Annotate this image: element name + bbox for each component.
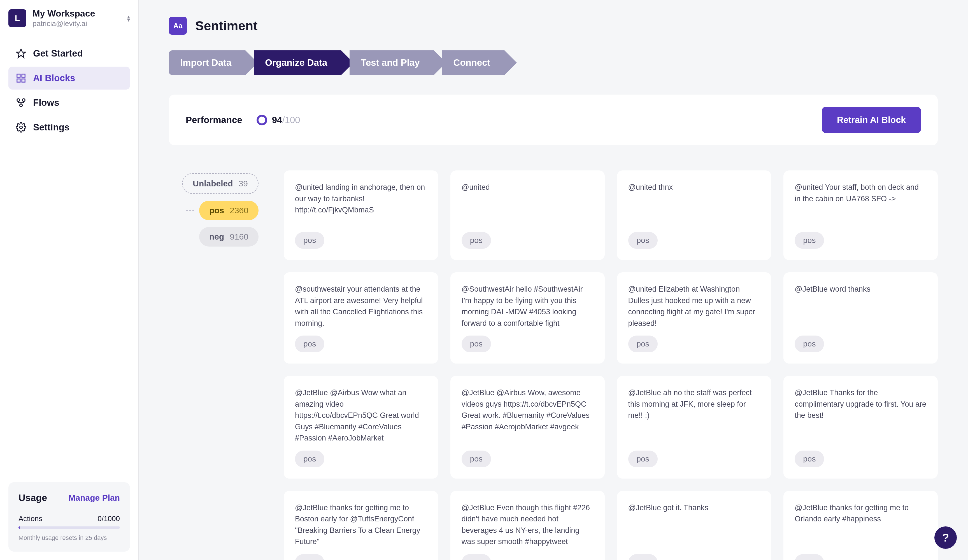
- card-tag[interactable]: pos: [295, 232, 324, 249]
- step-test-and-play[interactable]: Test and Play: [350, 50, 434, 75]
- actions-value: 0/1000: [98, 514, 120, 523]
- data-card[interactable]: @JetBlue Even though this flight #226 di…: [450, 491, 605, 560]
- label-count: 39: [239, 179, 248, 188]
- performance-ring-icon: [256, 114, 267, 126]
- card-text: @JetBlue thanks for getting me to Boston…: [295, 502, 427, 547]
- usage-title: Usage: [18, 492, 47, 503]
- usage-note: Monthly usage resets in 25 days: [18, 534, 120, 542]
- label-name: neg: [209, 232, 224, 241]
- card-text: @united Elizabeth at Washington Dulles j…: [628, 284, 760, 329]
- svg-rect-3: [17, 79, 20, 82]
- main-nav: Get StartedAI BlocksFlowsSettings: [8, 42, 130, 139]
- card-tag[interactable]: pos: [795, 232, 824, 249]
- performance-label: Performance: [186, 115, 242, 126]
- step-import-data[interactable]: Import Data: [169, 50, 245, 75]
- card-text: @JetBlue @Airbus Wow what an amazing vid…: [295, 387, 427, 444]
- data-card[interactable]: @JetBlue thanks for getting me to Boston…: [284, 491, 438, 560]
- sidebar-item-ai-blocks[interactable]: AI Blocks: [8, 67, 130, 89]
- card-tag[interactable]: pos: [462, 554, 491, 560]
- data-card[interactable]: @JetBlue ah no the staff was perfect thi…: [617, 376, 771, 479]
- step-connect[interactable]: Connect: [442, 50, 504, 75]
- card-tag[interactable]: pos: [295, 335, 324, 352]
- svg-rect-1: [17, 74, 20, 77]
- settings-icon: [16, 122, 27, 133]
- card-text: @united thnx: [628, 182, 760, 225]
- label-filter-unlabeled[interactable]: Unlabeled39: [182, 173, 259, 194]
- card-text: @JetBlue @Airbus Wow, awesome videos guy…: [462, 387, 593, 444]
- workflow-steps: Import DataOrganize DataTest and PlayCon…: [169, 50, 938, 75]
- manage-plan-link[interactable]: Manage Plan: [69, 493, 120, 503]
- card-tag[interactable]: pos: [795, 451, 824, 467]
- actions-label: Actions: [18, 514, 42, 523]
- data-card[interactable]: @united thnxpos: [617, 170, 771, 260]
- retrain-button[interactable]: Retrain AI Block: [822, 107, 921, 133]
- sidebar-item-settings[interactable]: Settings: [8, 116, 130, 139]
- main-content: Aa Sentiment Import DataOrganize DataTes…: [139, 0, 968, 560]
- usage-card: Usage Manage Plan Actions 0/1000 Monthly…: [8, 482, 130, 552]
- label-count: 2360: [230, 206, 249, 215]
- card-text: @united Your staff, both on deck and in …: [795, 182, 927, 225]
- svg-point-10: [257, 116, 266, 124]
- card-tag[interactable]: pos: [295, 451, 324, 467]
- data-card[interactable]: @southwestair your attendants at the ATL…: [284, 272, 438, 363]
- svg-point-6: [22, 99, 25, 102]
- svg-point-8: [20, 126, 22, 129]
- workspace-switcher[interactable]: L My Workspace patricia@levity.ai ▴▾: [8, 8, 130, 28]
- card-text: @JetBlue got it. Thanks: [628, 502, 760, 547]
- workspace-avatar: L: [8, 9, 27, 27]
- drag-handle-icon[interactable]: •••: [186, 207, 195, 214]
- step-organize-data[interactable]: Organize Data: [254, 50, 341, 75]
- card-tag[interactable]: pos: [462, 335, 491, 352]
- data-card[interactable]: @JetBlue word thankspos: [783, 272, 938, 363]
- page-title: Sentiment: [195, 18, 257, 33]
- card-tag[interactable]: pos: [628, 554, 658, 560]
- sidebar-item-label: AI Blocks: [33, 73, 75, 83]
- svg-rect-4: [22, 79, 25, 82]
- card-tag[interactable]: pos: [295, 554, 324, 560]
- card-tag[interactable]: pos: [628, 451, 658, 467]
- sidebar-item-label: Get Started: [33, 48, 83, 59]
- data-card[interactable]: @JetBlue Thanks for the complimentary up…: [783, 376, 938, 479]
- labels-column: Unlabeled39•••pos2360neg9160: [169, 170, 259, 246]
- card-tag[interactable]: pos: [462, 451, 491, 467]
- sidebar-item-get-started[interactable]: Get Started: [8, 42, 130, 65]
- data-card[interactable]: @united Elizabeth at Washington Dulles j…: [617, 272, 771, 363]
- ai-blocks-icon: [16, 73, 27, 83]
- card-text: @southwestair your attendants at the ATL…: [295, 284, 427, 329]
- page-icon: Aa: [169, 17, 187, 35]
- get-started-icon: [16, 48, 27, 59]
- workspace-email: patricia@levity.ai: [33, 19, 121, 28]
- svg-point-5: [17, 99, 20, 102]
- data-card[interactable]: @JetBlue @Airbus Wow, awesome videos guy…: [450, 376, 605, 479]
- sidebar-item-label: Settings: [33, 122, 70, 133]
- card-tag[interactable]: pos: [462, 232, 491, 249]
- label-filter-pos[interactable]: pos2360: [199, 201, 259, 220]
- chevron-updown-icon[interactable]: ▴▾: [127, 15, 130, 21]
- data-card[interactable]: @SouthwestAir hello #SouthwestAir I'm ha…: [450, 272, 605, 363]
- data-card[interactable]: @JetBlue thanks for getting me to Orland…: [783, 491, 938, 560]
- workspace-name: My Workspace: [33, 8, 121, 19]
- data-card[interactable]: @united Your staff, both on deck and in …: [783, 170, 938, 260]
- card-tag[interactable]: pos: [628, 335, 658, 352]
- card-text: @JetBlue word thanks: [795, 284, 927, 329]
- performance-score: 94/100: [272, 115, 300, 126]
- card-tag[interactable]: pos: [795, 554, 824, 560]
- card-text: @JetBlue ah no the staff was perfect thi…: [628, 387, 760, 444]
- data-card[interactable]: @JetBlue got it. Thankspos: [617, 491, 771, 560]
- data-cards-grid: @united landing in anchorage, then on ou…: [284, 170, 938, 560]
- data-card[interactable]: @united landing in anchorage, then on ou…: [284, 170, 438, 260]
- performance-card: Performance 94/100 Retrain AI Block: [169, 94, 938, 145]
- data-card[interactable]: @unitedpos: [450, 170, 605, 260]
- sidebar-item-label: Flows: [33, 97, 60, 108]
- sidebar-item-flows[interactable]: Flows: [8, 91, 130, 114]
- help-button[interactable]: ?: [934, 527, 957, 549]
- card-text: @SouthwestAir hello #SouthwestAir I'm ha…: [462, 284, 593, 329]
- label-filter-neg[interactable]: neg9160: [199, 227, 259, 246]
- usage-progress: [18, 527, 120, 529]
- svg-marker-0: [17, 49, 25, 57]
- card-tag[interactable]: pos: [795, 335, 824, 352]
- data-card[interactable]: @JetBlue @Airbus Wow what an amazing vid…: [284, 376, 438, 479]
- flows-icon: [16, 97, 27, 108]
- card-text: @JetBlue Thanks for the complimentary up…: [795, 387, 927, 444]
- card-tag[interactable]: pos: [628, 232, 658, 249]
